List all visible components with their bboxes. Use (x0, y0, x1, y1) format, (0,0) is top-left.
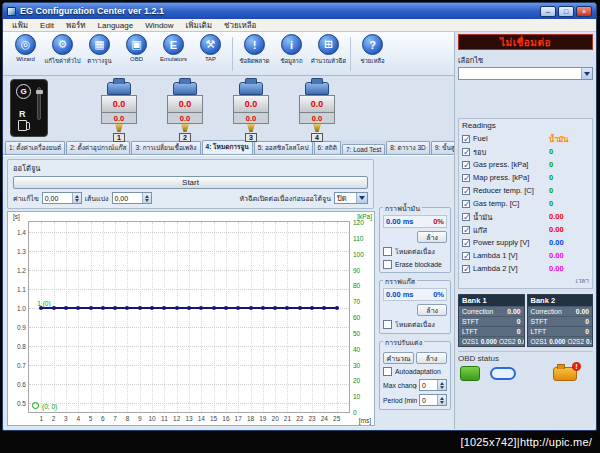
petrol-clear-button[interactable]: ล้าง (417, 231, 447, 243)
tick: 5 (89, 415, 93, 422)
toolbar-button-vehicle-info[interactable]: i ข้อมูลรถ (273, 34, 310, 66)
bank-row: STFT0 (528, 316, 593, 326)
menu-language[interactable]: Language (92, 21, 140, 30)
toolbar-button-wizard[interactable]: ◎ Wizard (7, 34, 44, 62)
chart-plot[interactable]: 1.41.31.21.11.00.90.80.70.60.51201101009… (28, 221, 350, 413)
adjustment-buttons: คำนวณ ล้าง (383, 349, 447, 364)
grid-v (189, 222, 190, 412)
threshold-label: เส้นแบ่ง (85, 193, 109, 204)
adjustment-clear-button[interactable]: ล้าง (416, 352, 447, 364)
tab-gas-settings[interactable]: 2: ตั้งค่าอุปกรณ์แก๊ส (66, 141, 130, 154)
fuel-switch-indicator[interactable]: G R (10, 79, 48, 137)
toolbar-button-tap[interactable]: ⚒ TAP (192, 34, 229, 62)
reading-checkbox[interactable] (462, 135, 470, 143)
minimize-button[interactable]: – (540, 6, 556, 17)
menu-port[interactable]: พอร์ท (60, 19, 92, 32)
menu-window[interactable]: Window (139, 21, 179, 30)
dot (322, 306, 326, 310)
toolbar-button-tuning-table[interactable]: ▦ ตารางจูน (81, 34, 118, 66)
reading-checkbox[interactable] (462, 200, 470, 208)
fuel-pump-icon (18, 120, 27, 131)
injector-gas-time: 0.0 (114, 114, 124, 123)
threshold-spinner[interactable]: 0,00 (112, 192, 152, 204)
max-change-row: Max change 0 (383, 379, 447, 391)
dropdown-arrow-icon[interactable] (356, 193, 367, 203)
tab-statistics[interactable]: 6: สถิติ (314, 141, 341, 154)
reading-row: Gas press. [kPa] 0 (462, 158, 589, 171)
menu-edit[interactable]: Edit (34, 21, 60, 30)
menu-extras[interactable]: เพิ่มเติม (180, 19, 218, 32)
app-icon (7, 7, 16, 16)
spinner-arrows-icon[interactable] (437, 380, 446, 390)
close-button[interactable]: × (576, 6, 592, 17)
start-button[interactable]: Start (13, 176, 368, 189)
tab-load-test[interactable]: 7: Load Test (342, 144, 385, 154)
spinner-arrows-icon[interactable] (142, 193, 151, 203)
obd-status-section: OBD status (458, 351, 593, 381)
vehicle-select[interactable] (458, 67, 593, 80)
toolbar-button-help[interactable]: ? ช่วยเหลือ (354, 34, 391, 66)
reading-checkbox[interactable] (462, 265, 470, 273)
reading-checkbox[interactable] (462, 161, 470, 169)
tick: 23 (308, 415, 315, 422)
menu-help[interactable]: ช่วยเหลือ (218, 19, 262, 32)
tick: 40 (353, 345, 360, 352)
reading-label: Gas temp. [C] (473, 199, 546, 208)
calculate-button[interactable]: คำนวณ (383, 352, 414, 364)
tick: 4 (76, 415, 80, 422)
petrol-continuous-checkbox[interactable] (383, 247, 392, 256)
reading-checkbox[interactable] (462, 213, 470, 221)
autoadaptation-checkbox[interactable] (383, 367, 392, 376)
toolbar-divider (232, 37, 233, 71)
autotune-params: ค่าแก้ไข 0,00 เส้นแบ่ง 0,00 หัวฉีดเปิดต่… (13, 192, 368, 204)
tab-advanced[interactable]: 9: ขั้นสูง (431, 141, 454, 154)
tab-oscilloscope[interactable]: 5: ออสซิลโลสโคป (254, 141, 313, 154)
reading-checkbox[interactable] (462, 239, 470, 247)
spinner-arrows-icon[interactable] (72, 193, 81, 203)
tab-fuel-switching[interactable]: 3: การเปลี่ยนเชื้อเพลิง (131, 141, 200, 154)
reading-checkbox[interactable] (462, 252, 470, 260)
tick: 90 (353, 266, 360, 273)
obd-connector-icon (490, 367, 516, 380)
grid-v (115, 222, 116, 412)
gas-time-value: 0.00 ms (386, 290, 414, 299)
app-window: EG Configuration Center ver 1.2.1 – □ × … (2, 2, 597, 431)
reading-checkbox[interactable] (462, 148, 470, 156)
injector-open-select[interactable]: ปิด (334, 192, 368, 204)
injector-number: 3 (245, 133, 257, 142)
icon-glyph: ! (253, 39, 257, 51)
reading-checkbox[interactable] (462, 174, 470, 182)
toolbar-button-emulators[interactable]: E Emulators (155, 34, 192, 62)
autotune-chart: [s] [kPa] [ms] 1.41.31.21.11.00.90.80.70… (7, 211, 375, 426)
tab-engine-settings[interactable]: 1: ตั้งค่าเครื่องยนต์ (5, 141, 65, 154)
bank-row-label: STFT (462, 318, 479, 325)
erase-blockade-checkbox[interactable] (383, 260, 392, 269)
correction-spinner[interactable]: 0,00 (42, 192, 82, 204)
gas-continuous-checkbox[interactable] (383, 320, 392, 329)
titlebar[interactable]: EG Configuration Center ver 1.2.1 – □ × (3, 3, 596, 19)
tick: 16 (222, 415, 229, 422)
chart-ann: 1 (0) (37, 300, 50, 307)
injector-gas-time: 0.0 (180, 114, 190, 123)
obd-icon: ▣ (126, 34, 147, 55)
toolbar-button-obd[interactable]: ▣ OBD (118, 34, 155, 62)
tab-tuning-mode[interactable]: 4: โหมดการจูน (202, 140, 253, 154)
petrol-continuous-row: โหมดต่อเนื่อง (383, 246, 447, 257)
reading-value: น้ำมัน (549, 133, 589, 145)
reading-checkbox[interactable] (462, 187, 470, 195)
gas-percent-value: 0% (433, 290, 444, 299)
dropdown-arrow-icon[interactable] (581, 68, 592, 79)
dot (310, 306, 314, 310)
menu-file[interactable]: แฟ้ม (6, 19, 34, 32)
maximize-button[interactable]: □ (558, 6, 574, 17)
spinner-arrows-icon[interactable] (437, 395, 446, 405)
toolbar-button-errors[interactable]: ! ข้อผิดพลาด (236, 34, 273, 66)
max-change-spinner[interactable]: 0 (419, 379, 447, 391)
toolbar-button-general-settings[interactable]: ⚙ แก้ไขค่าทั่วไป (44, 34, 81, 66)
period-spinner[interactable]: 0 (419, 394, 447, 406)
injector-coil (107, 82, 131, 95)
reading-checkbox[interactable] (462, 226, 470, 234)
tab-3d-table[interactable]: 8: ตาราง 3D (386, 141, 430, 154)
toolbar-button-injector-calc[interactable]: ⊞ คำนวณหัวฉีด (310, 34, 347, 66)
gas-clear-button[interactable]: ล้าง (417, 304, 447, 316)
